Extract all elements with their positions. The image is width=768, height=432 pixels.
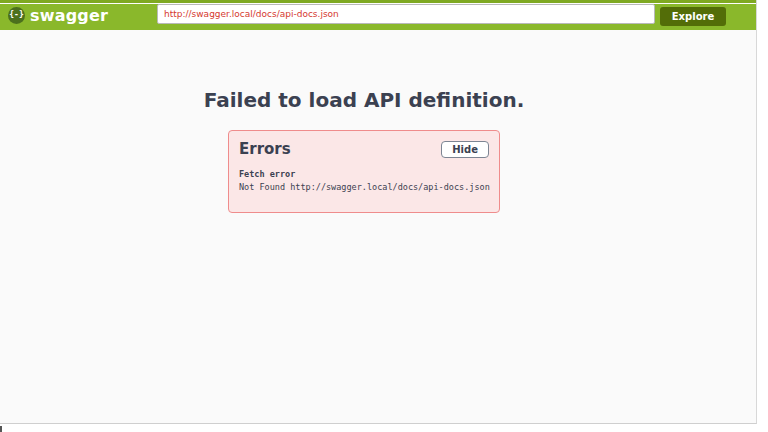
main-content: Failed to load API definition. Errors Hi… [0,30,756,213]
hide-button[interactable]: Hide [441,141,489,158]
swagger-logo[interactable]: {-} swagger [8,0,108,30]
topbar: {-} swagger Explore [0,0,756,30]
page: {-} swagger Explore Failed to load API d… [0,0,757,424]
api-url-input[interactable] [157,4,655,24]
errors-panel: Errors Hide Fetch error Not Found http:/… [228,130,500,213]
swagger-logo-icon: {-} [8,7,25,24]
failed-to-load-heading: Failed to load API definition. [164,88,564,113]
errors-panel-title: Errors [239,140,291,158]
errors-panel-header: Errors Hide [239,140,489,158]
error-type: Fetch error [239,169,489,179]
error-message: Not Found http://swagger.local/docs/api-… [239,182,489,192]
error-item: Fetch error Not Found http://swagger.loc… [239,169,489,192]
page-edge-mark [0,426,2,432]
explore-button[interactable]: Explore [660,7,726,26]
swagger-logo-title: swagger [30,6,108,25]
